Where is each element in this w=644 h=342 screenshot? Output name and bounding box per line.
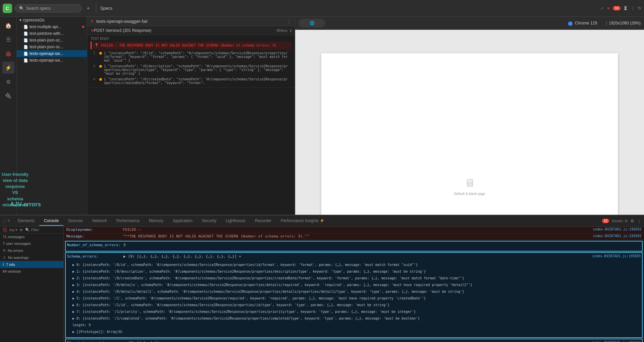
link-1[interactable]: index-BVZ6TAO1.js:195693 [593,227,642,231]
mismatches-box: Mismatches_in_data: ▶ (2) [{…}, {…}] ▾ i… [65,339,643,342]
eye-button[interactable]: 👁 [19,228,23,232]
clear-console-button[interactable]: 🚫 [3,228,7,232]
reload-button[interactable]: ↻ [638,6,641,11]
tab-lighthouse[interactable]: Lighthouse [221,216,250,226]
schema-item-1: ▶ 1: {instancePath: '/0/description', sc… [72,269,641,276]
test-tab-name[interactable]: tests-openapi-swagger-fail [96,19,147,24]
search-bar[interactable]: 🔍 Search specs [15,4,82,12]
file-tree-item-1[interactable]: 📄 test-petstore-with... [17,30,87,37]
url-bar[interactable]: 🌐 [299,19,325,27]
log-item-2: 2 { "instancePath": "/0/id", "schemaPath… [91,50,291,63]
fail-count-badge: 16 [613,6,621,10]
console-sidebar: 🚫 top ▾ 👁 🔍 Filter 71 messages 7 user me… [0,227,64,342]
console-row-num-schema: Number_of_schema_errors: 9 [67,243,641,250]
spinner-icon: ⏳ [623,6,628,10]
tab-console[interactable]: Console [39,216,63,226]
add-spec-button[interactable]: + [85,5,92,12]
tab-performance-insights[interactable]: Performance insights ⚡ [276,216,329,226]
issues-label: Issues: ⊘ [612,219,628,223]
log-text-3: { "instancePath": "/0/description", "sch… [104,64,289,75]
location-pin-icon: 📍 [94,43,99,48]
mismatches-value: ▶ (2) [{…}, {…}] ▾ [123,341,163,342]
num-schema-label: Number_of_schema_errors: [67,243,121,247]
divider [96,4,96,13]
sidebar-item-verbose[interactable]: 64 verbose [0,268,63,275]
file-name-0: test-multiple-api... [30,24,61,29]
inspect-icon[interactable]: ⬚ [3,219,6,223]
sidebar-icon-home[interactable]: 🏠 [2,19,14,31]
link-2[interactable]: index-BVZ6TAO1.js:195693 [593,234,642,238]
sidebar-item-warnings[interactable]: ⚠ No warnings [0,254,63,261]
log-bullet-orange-2 [99,65,102,68]
info-label: 7 info [6,263,15,267]
suite-name: POST /service2 (201 Response) [94,28,152,33]
schema-item-6: ▶ 6: {instancePath: '/1/id', schemaPath:… [72,302,641,309]
tab-application[interactable]: Application [168,216,197,226]
message-value: "**THE RESPONSE BODY IS NOT VALID AGAINS… [123,234,590,238]
resolution: 1920x1080 (26%) [609,21,641,25]
filter-label[interactable]: 🔍 Filter [25,228,39,232]
link-4[interactable]: index-BVZ6TAO1.js:195693 [592,341,641,342]
sidebar-icon-list[interactable]: ☰ [2,33,14,46]
sidebar-icon-settings[interactable]: ⚙ [2,76,14,88]
tab-performance[interactable]: Performance [112,216,144,226]
file-tree-item-2[interactable]: 📄 test-plain-json-sc... [17,37,87,44]
no-errors-label: No errors [8,249,23,253]
specs-title: Specs [100,6,112,11]
num-schema-value: 9 [123,243,126,247]
fail-dot-0 [82,26,84,28]
console-row-displayname: Displayname: FAILED – index-BVZ6TAO1.js:… [64,227,644,233]
file-icon-2: 📄 [23,38,28,43]
file-icon-5: 📄 [23,58,28,63]
test-suite-header: ✕ POST /service2 (201 Response) 969ms ℹ [87,26,295,35]
file-tree-item-5[interactable]: 📄 tests-openapi-sw... [17,57,87,64]
file-tree-item-3[interactable]: 📄 test-plain-json-sc... [17,44,87,50]
panel-more-button[interactable]: ⋮ [287,19,291,24]
sidebar-item-user-messages[interactable]: 7 user messages [0,240,63,247]
tab-security[interactable]: Security [197,216,221,226]
file-name-5: tests-openapi-sw... [30,58,63,63]
search-placeholder: Search specs [26,6,51,11]
beta-icon: ⚡ [320,219,324,222]
sidebar-icon-tests[interactable]: ⚡ [2,62,14,74]
log-bullet-orange-1 [99,52,102,55]
chevron-down-icon: ▾ [19,18,21,22]
sidebar-item-info[interactable]: ℹ 7 info [0,261,63,268]
browser-toolbar: 🌐 ⬤ Chrome 129 | 1920x1080 (26%) [295,17,644,30]
log-item-4: 4 { "instancePath": "/0/createdDate", "s… [91,76,291,86]
sidebar-item-errors[interactable]: ⊘ No errors [0,247,63,254]
sidebar-icon-bug[interactable]: 🐞 [2,48,14,60]
file-icon-4: 📄 [23,52,28,56]
top-selector[interactable]: top ▾ [9,228,17,232]
page-icon: 🖥 [463,177,476,190]
tab-elements[interactable]: Elements [13,216,39,226]
folder-name: cypress\e2e [23,18,45,22]
info-icon[interactable]: ℹ [290,28,291,33]
schema-item-2: ▶ 2: {instancePath: '/0/createdDate', sc… [72,276,641,282]
devtools-tabs: ⬚ ↖ Elements Console Sources Network Per… [0,215,644,227]
link-3[interactable]: index-BVZ6TAO1.js:195693 [592,254,641,258]
file-tree-folder[interactable]: ▾ cypress\e2e [17,17,87,23]
log-bullet-orange-3 [99,78,102,81]
devtools-settings-button[interactable]: ⚙ [630,218,634,223]
tab-memory[interactable]: Memory [144,216,168,226]
console-main: Displayname: FAILED – index-BVZ6TAO1.js:… [64,227,644,342]
file-tree-item-4[interactable]: 📄 tests-openapi-sw... [17,50,87,57]
tab-recorder[interactable]: Recorder [250,216,276,226]
file-name-4: tests-openapi-sw... [30,51,63,56]
more-options-button[interactable]: ⋮ [631,6,635,11]
sidebar-icon-plugins[interactable]: 🔌 [2,90,14,102]
mismatches-label: Mismatches_in_data: [67,341,121,342]
tab-network[interactable]: Network [88,216,112,226]
sidebar-item-all-messages[interactable]: 71 messages [0,233,63,240]
file-tree-item-0[interactable]: 📄 test-multiple-api... [17,23,87,30]
devtools-panel: ⬚ ↖ Elements Console Sources Network Per… [0,215,644,342]
issues-badge[interactable]: 15 [602,219,609,223]
devtools-more-button[interactable]: ⋮ [637,218,641,223]
info-icon-sidebar: ℹ [3,262,4,267]
filter-bar: 🚫 top ▾ 👁 🔍 Filter [0,227,63,233]
tab-sources[interactable]: Sources [63,216,88,226]
suite-fail-icon: ✕ [91,28,94,33]
schema-length: length: 9 [72,323,641,329]
cursor-icon[interactable]: ↖ [7,219,10,223]
